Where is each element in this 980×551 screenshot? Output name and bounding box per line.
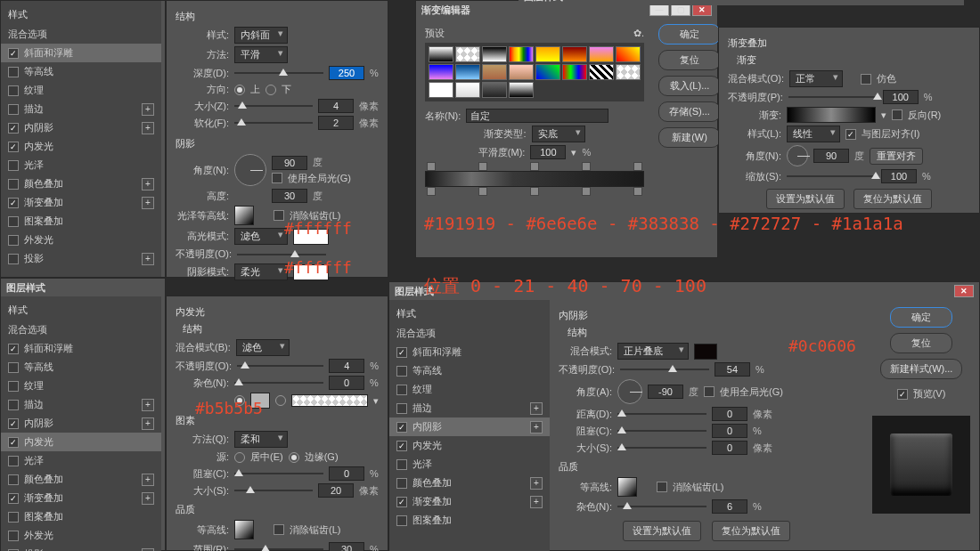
style-drop-shadow[interactable]: 投影+: [1, 249, 161, 268]
glow-size-input[interactable]: 20: [318, 483, 354, 498]
overlay-angle-input[interactable]: 90: [813, 149, 849, 163]
plus-icon[interactable]: +: [142, 103, 154, 116]
shadow-color[interactable]: [694, 344, 717, 360]
shadow-noise-input[interactable]: 6: [712, 499, 747, 514]
reset-align-button[interactable]: 重置对齐: [870, 148, 923, 165]
close-icon[interactable]: ✕: [954, 285, 974, 297]
shadow-opacity-input[interactable]: 54: [715, 362, 750, 377]
style-pattern-overlay[interactable]: 图案叠加: [1, 212, 161, 231]
style-inner-shadow-sel[interactable]: 内阴影+: [389, 417, 550, 436]
overlay-scale-input[interactable]: 100: [881, 169, 917, 183]
glow-range-input[interactable]: 30: [329, 542, 364, 551]
glow-gradient[interactable]: [291, 394, 368, 407]
preset-grid: [425, 43, 644, 101]
smoothness-input[interactable]: 100: [530, 145, 566, 159]
ok-button[interactable]: 确定: [658, 24, 721, 45]
shadow-choke-input[interactable]: 0: [712, 424, 747, 438]
blend-options[interactable]: 混合选项: [1, 25, 161, 44]
bevel-method-select[interactable]: 平滑: [234, 46, 288, 63]
depth-slider[interactable]: [234, 72, 323, 74]
bevel-settings: 结构 样式:内斜面 方法:平滑 深度(D):250% 方向:上下 大小(Z):4…: [166, 0, 388, 278]
size-input[interactable]: 4: [318, 99, 354, 113]
inner-glow-panel: 内发光 结构 混合模式(B):滤色 不透明度(O):4% 杂色(N):0% ▾ …: [166, 296, 388, 551]
glow-noise-input[interactable]: 0: [329, 376, 364, 390]
preview-box: [872, 416, 970, 514]
highlight-color[interactable]: [293, 229, 329, 245]
gloss-contour[interactable]: [234, 206, 254, 225]
load-button[interactable]: 载入(L)...: [658, 76, 721, 96]
style-bevel[interactable]: 斜面和浮雕: [1, 44, 161, 62]
overlay-blend-select[interactable]: 正常: [789, 70, 843, 87]
glow-opacity-input[interactable]: 4: [329, 359, 364, 373]
set-default-button[interactable]: 设置为默认值: [766, 189, 845, 209]
set-default-button-2[interactable]: 设置为默认值: [623, 521, 701, 541]
glow-choke-input[interactable]: 0: [329, 466, 364, 481]
cancel-button-2[interactable]: 复位: [890, 333, 952, 353]
gear-icon[interactable]: ✿.: [633, 28, 644, 39]
gradient-type-select[interactable]: 实底: [532, 126, 585, 142]
style-satin[interactable]: 光泽: [1, 156, 161, 174]
layer-style-title: 图层样式: [524, 0, 563, 4]
gradient-overlay-panel: 渐变叠加 渐变 混合模式(O):正常仿色 不透明度(P):100% 渐变:▾反向…: [718, 27, 980, 214]
reset-default-button[interactable]: 复位为默认值: [853, 189, 932, 209]
glow-blend-select[interactable]: 滤色: [236, 339, 290, 356]
style-texture[interactable]: 纹理: [1, 81, 161, 100]
depth-input[interactable]: 250: [329, 66, 364, 80]
ok-button-2[interactable]: 确定: [890, 307, 952, 328]
glow-method-select[interactable]: 柔和: [234, 431, 288, 448]
bevel-style-select[interactable]: 内斜面: [234, 27, 288, 44]
save-button[interactable]: 存储(S)...: [658, 101, 721, 122]
styles-panel-2: 图层样式 样式 混合选项 斜面和浮雕 等高线 纹理 描边+ 内阴影+ 内发光 光…: [0, 278, 166, 551]
minimize-icon[interactable]: —: [649, 4, 669, 16]
styles-panel-1: 样式 混合选项 斜面和浮雕 等高线 纹理 描边+ 内阴影+ 内发光 光泽 颜色叠…: [0, 0, 166, 278]
angle-input[interactable]: 90: [272, 156, 307, 170]
shadow-angle-input[interactable]: -90: [648, 385, 683, 399]
dir-down-radio[interactable]: [265, 85, 276, 95]
layer-style-dialog: 图层样式 ✕ 样式 混合选项 斜面和浮雕 等高线 纹理 描边+ 内阴影+ 内发光…: [388, 281, 980, 551]
glow-color[interactable]: [250, 393, 270, 409]
shadow-color[interactable]: [293, 264, 329, 280]
shadow-blend-select[interactable]: 正片叠底: [617, 343, 689, 360]
new-style-button[interactable]: 新建样式(W)...: [880, 359, 963, 379]
cancel-button[interactable]: 复位: [658, 50, 721, 70]
overlay-opacity-input[interactable]: 100: [883, 90, 919, 104]
shadow-mode-select[interactable]: 柔光: [234, 263, 288, 280]
style-color-overlay[interactable]: 颜色叠加+: [1, 174, 161, 193]
gradient-editor-title: 渐变编辑器: [421, 4, 470, 17]
maximize-icon[interactable]: ▢: [671, 4, 690, 16]
soften-input[interactable]: 2: [318, 116, 354, 130]
altitude-input[interactable]: 30: [272, 189, 307, 203]
checkbox-icon[interactable]: [8, 48, 19, 59]
style-outer-glow[interactable]: 外发光: [1, 231, 161, 249]
style-stroke[interactable]: 描边+: [1, 100, 161, 118]
gradient-preview[interactable]: [787, 107, 876, 123]
style-contour[interactable]: 等高线: [1, 62, 161, 81]
style-inner-glow[interactable]: 内发光: [1, 137, 161, 156]
style-grad-overlay[interactable]: 渐变叠加+: [1, 193, 161, 212]
dir-up-radio[interactable]: [234, 85, 245, 95]
gradient-name-input[interactable]: [466, 109, 608, 123]
highlight-mode-select[interactable]: 滤色: [234, 228, 288, 245]
gradient-editor-dialog: 图层样式 渐变编辑器 —▢✕ 预设✿. 名称(N): 渐变类型:实底 平滑度(M…: [415, 0, 718, 258]
glow-color-radio[interactable]: [234, 395, 245, 406]
styles-header: 样式: [1, 4, 161, 25]
new-button[interactable]: 新建(W): [658, 127, 721, 148]
gradient-bar[interactable]: [425, 171, 644, 187]
reset-default-button-2[interactable]: 复位为默认值: [712, 521, 790, 541]
style-inner-shadow[interactable]: 内阴影+: [1, 118, 161, 137]
angle-wheel[interactable]: [234, 154, 266, 186]
close-icon[interactable]: ✕: [692, 4, 712, 16]
shadow-size-input[interactable]: 0: [712, 441, 747, 455]
style-inner-glow-sel[interactable]: 内发光: [1, 433, 161, 451]
shadow-distance-input[interactable]: 0: [712, 407, 747, 421]
overlay-style-select[interactable]: 线性: [787, 126, 840, 142]
